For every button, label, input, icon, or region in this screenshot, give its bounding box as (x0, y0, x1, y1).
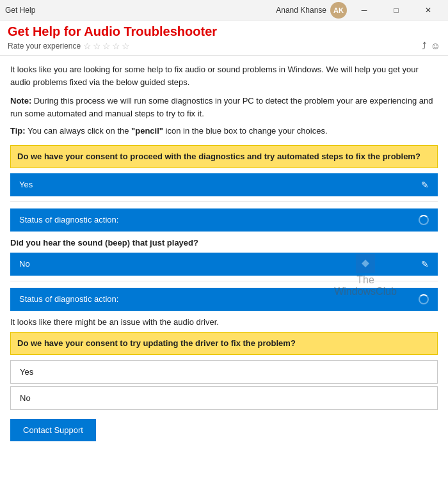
tip-body: You can always click on the (26, 126, 132, 136)
status-spinner-2 (419, 294, 429, 304)
share-icon[interactable]: ⤴ (422, 40, 427, 51)
maximize-button[interactable]: □ (381, 0, 411, 20)
yes-button-1[interactable]: Yes ✎ (10, 173, 438, 196)
status-spinner-1 (419, 215, 429, 225)
user-name: Anand Khanse (276, 6, 326, 15)
main-content: The WindowsClub It looks like you are lo… (0, 56, 448, 495)
close-button[interactable]: ✕ (413, 0, 443, 20)
get-help-menu[interactable]: Get Help (5, 6, 35, 15)
status-label-1: Status of diagnostic action: (19, 215, 118, 224)
minimize-button[interactable]: ─ (349, 0, 379, 20)
avatar-initials: AK (333, 6, 344, 14)
star-5[interactable]: ☆ (122, 41, 130, 51)
pencil-icon-1: ✎ (421, 180, 429, 190)
app-header: Get Help for Audio Troubleshooter Rate y… (0, 20, 448, 56)
tip-suffix: icon in the blue box to change your choi… (163, 126, 328, 136)
note-body: During this process we will run some dia… (10, 96, 433, 118)
avatar[interactable]: AK (330, 2, 347, 19)
title-bar-left: Get Help (5, 6, 35, 15)
user-info: Anand Khanse AK (276, 2, 347, 19)
consent-box-1: Do we have your consent to proceed with … (10, 145, 438, 168)
pencil-icon-2: ✎ (421, 259, 429, 269)
status-bar-1: Status of diagnostic action: (10, 208, 438, 232)
star-4[interactable]: ☆ (112, 41, 120, 51)
tip-text: Tip: You can always click on the "pencil… (10, 125, 438, 138)
consent2-text: Do we have your consent to try updating … (17, 338, 296, 348)
contact-support-button[interactable]: Contact Support (10, 419, 96, 441)
audio-issue-text: It looks like there might be an issue wi… (10, 317, 438, 327)
tip-pencil: "pencil" (131, 126, 163, 136)
rating-bar: Rate your experience ☆ ☆ ☆ ☆ ☆ ⤴ ☺ (8, 39, 440, 52)
yes-button-2[interactable]: Yes (10, 360, 438, 384)
divider-2 (10, 281, 438, 281)
note-text: Note: During this process we will run so… (10, 95, 438, 120)
star-2[interactable]: ☆ (93, 41, 101, 51)
tip-prefix: Tip: (10, 126, 26, 136)
feedback-icon[interactable]: ☺ (431, 40, 440, 51)
beep-question: Did you hear the sound (beep) that just … (10, 238, 438, 248)
star-rating[interactable]: ☆ ☆ ☆ ☆ ☆ (83, 41, 130, 51)
yes-label-1: Yes (19, 180, 33, 189)
note-prefix: Note: (10, 96, 31, 106)
divider-1 (10, 201, 438, 202)
no-label-1: No (19, 259, 30, 269)
consent1-text: Do we have your consent to proceed with … (17, 152, 420, 161)
consent-box-2: Do we have your consent to try updating … (10, 332, 438, 355)
app-title: Get Help for Audio Troubleshooter (8, 24, 440, 39)
title-bar-right: Anand Khanse AK ─ □ ✕ (276, 0, 443, 20)
star-3[interactable]: ☆ (102, 41, 111, 51)
no-button-2[interactable]: No (10, 386, 438, 410)
no-button-1[interactable]: No ✎ (10, 253, 438, 276)
status-bar-2: Status of diagnostic action: (10, 288, 438, 311)
star-1[interactable]: ☆ (83, 41, 92, 51)
intro-text: It looks like you are looking for some h… (10, 63, 438, 88)
status-label-2: Status of diagnostic action: (19, 294, 118, 304)
rating-icons: ⤴ ☺ (422, 40, 440, 51)
title-bar: Get Help Anand Khanse AK ─ □ ✕ (0, 0, 448, 20)
rating-label: Rate your experience (8, 42, 81, 51)
